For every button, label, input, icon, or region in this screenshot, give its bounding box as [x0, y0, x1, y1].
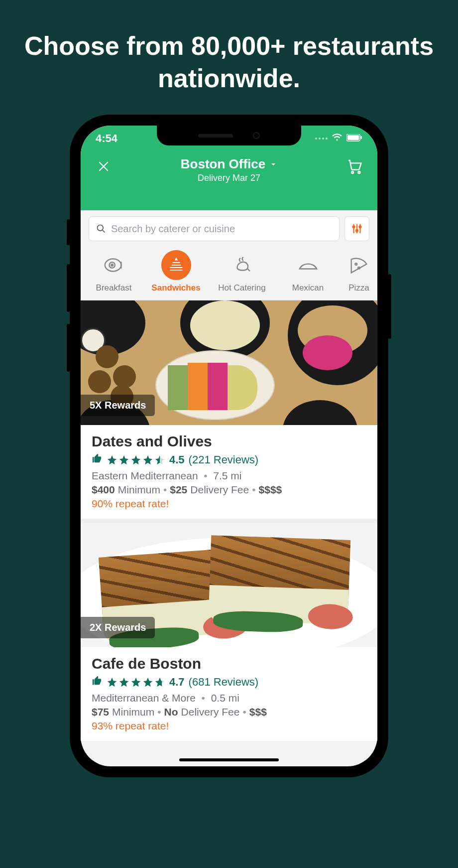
battery-icon [346, 132, 362, 145]
marketing-headline: Choose from 80,000+ restaurants nationwi… [0, 0, 458, 95]
category-sandwiches[interactable]: Sandwiches [145, 250, 207, 293]
restaurant-image: 5X Rewards [81, 300, 377, 425]
search-input[interactable] [111, 223, 332, 235]
category-label: Breakfast [83, 283, 145, 293]
category-mexican[interactable]: Mexican [277, 250, 339, 293]
phone-mockup: 4:54 [70, 115, 388, 777]
category-hot-catering[interactable]: Hot Catering [207, 250, 277, 293]
mexican-icon [293, 250, 323, 280]
svg-rect-1 [347, 135, 359, 140]
svg-point-6 [353, 226, 355, 228]
wifi-icon [332, 132, 343, 145]
screen: 4:54 [81, 126, 377, 766]
category-label: Hot Catering [207, 283, 277, 293]
hot-catering-icon [227, 250, 257, 280]
close-button[interactable] [94, 156, 114, 176]
rewards-badge: 5X Rewards [81, 395, 155, 416]
svg-point-7 [356, 230, 358, 232]
cart-button[interactable] [344, 156, 364, 176]
filter-button[interactable] [344, 216, 369, 241]
restaurant-list[interactable]: 5X Rewards Dates and Olives [81, 300, 377, 741]
location-name: Boston Office [181, 156, 265, 172]
restaurant-card[interactable]: 2X Rewards Cafe de Boston [81, 523, 377, 741]
filter-icon [351, 223, 362, 234]
category-label: Mexican [277, 283, 339, 293]
restaurant-image: 2X Rewards [81, 523, 377, 647]
review-count: (681 Reviews) [189, 676, 259, 689]
home-indicator [179, 758, 279, 761]
svg-rect-2 [361, 136, 362, 139]
svg-point-12 [355, 263, 357, 265]
rewards-badge: 2X Rewards [81, 617, 155, 638]
restaurant-card[interactable]: 5X Rewards Dates and Olives [81, 300, 377, 519]
search-row [81, 210, 377, 247]
rating-row: 4.7 (681 Reviews) [92, 675, 366, 689]
category-breakfast[interactable]: Breakfast [83, 250, 145, 293]
review-count: (221 Reviews) [189, 453, 259, 466]
restaurant-meta: Mediterranean & More • 0.5 mi [92, 692, 366, 704]
thumbs-up-icon [92, 453, 103, 467]
restaurant-name: Cafe de Boston [92, 655, 366, 672]
rating-row: 4.5 (221 Reviews) [92, 453, 366, 467]
phone-notch [157, 126, 301, 145]
close-icon [97, 160, 110, 173]
restaurant-name: Dates and Olives [92, 433, 366, 450]
svg-point-8 [359, 226, 361, 228]
cart-icon [346, 158, 362, 174]
rating-value: 4.5 [169, 453, 185, 466]
restaurant-meta: Eastern Mediterranean • 7.5 mi [92, 470, 366, 482]
category-label: Pizza [339, 283, 377, 293]
svg-point-3 [351, 171, 353, 173]
repeat-rate: 93% repeat rate! [92, 720, 366, 732]
breakfast-icon [99, 250, 129, 280]
star-rating [107, 454, 165, 465]
svg-point-5 [98, 225, 104, 231]
rating-value: 4.7 [169, 676, 185, 689]
delivery-date: Delivery Mar 27 [114, 173, 344, 183]
star-rating [107, 677, 165, 688]
repeat-rate: 90% repeat rate! [92, 498, 366, 510]
restaurant-pricing: $400Minimum • $25Delivery Fee • $$$$ [92, 484, 366, 496]
pizza-icon [344, 250, 374, 280]
search-icon [96, 224, 106, 234]
sandwiches-icon [161, 250, 191, 280]
category-tabs: Breakfast Sandwiches Hot Catering [81, 247, 377, 300]
chevron-down-icon [269, 160, 277, 168]
restaurant-pricing: $75Minimum • NoDelivery Fee • $$$ [92, 706, 366, 718]
svg-point-11 [111, 264, 113, 266]
category-pizza[interactable]: Pizza [339, 250, 377, 293]
thumbs-up-icon [92, 675, 103, 689]
svg-point-4 [358, 171, 360, 173]
location-selector[interactable]: Boston Office Delivery Mar 27 [114, 156, 344, 183]
cellular-icon [315, 138, 328, 140]
status-time: 4:54 [96, 132, 117, 145]
search-box[interactable] [89, 216, 340, 241]
phone-side-button [388, 274, 391, 339]
category-label: Sandwiches [145, 283, 207, 293]
